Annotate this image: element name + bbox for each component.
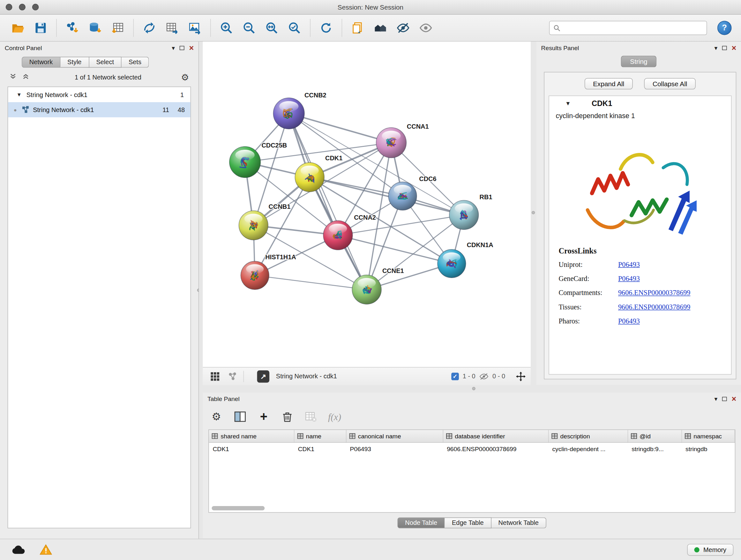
pan-move-icon[interactable] <box>516 371 526 381</box>
horizontal-scrollbar-thumb[interactable] <box>212 506 265 510</box>
hide-annotations-icon[interactable] <box>395 20 411 36</box>
left-splitter[interactable] <box>199 42 203 539</box>
tab-select[interactable]: Select <box>89 57 121 68</box>
detach-view-button[interactable]: ↗ <box>257 370 270 382</box>
column-header[interactable]: database identifier <box>443 430 548 442</box>
tree-expander-icon[interactable]: ▼ <box>17 91 22 98</box>
network-collection-count: 1 <box>180 91 184 98</box>
tab-node-table[interactable]: Node Table <box>398 517 445 528</box>
table-row[interactable]: CDK1 CDK1 P06493 9606.ENSP00000378699 cy… <box>209 442 735 455</box>
network-node-HIST1H1A[interactable]: HIST1H1A <box>241 253 296 290</box>
table-cell[interactable]: stringdb <box>681 442 735 455</box>
float-panel-icon[interactable] <box>180 46 185 50</box>
column-header[interactable]: name <box>294 430 346 442</box>
splitter-handle[interactable] <box>532 211 535 214</box>
save-session-icon[interactable] <box>32 20 49 36</box>
float-panel-icon[interactable] <box>722 46 727 50</box>
selected-checkbox[interactable]: ✓ <box>451 373 459 380</box>
table-cell[interactable]: CDK1 <box>294 442 346 455</box>
network-node-CDK1[interactable]: CDK1 <box>295 154 342 192</box>
gene-expander-icon[interactable]: ▼ <box>565 100 571 107</box>
collapse-all-button[interactable]: Collapse All <box>644 78 696 89</box>
export-image-icon[interactable] <box>187 20 203 36</box>
annotation-document-icon[interactable] <box>350 20 366 36</box>
close-panel-icon[interactable]: × <box>731 395 736 402</box>
network-canvas[interactable]: CCNB2CCNA1CDC25BCDK1CDC6RB1CCNB1CCNA2CDK… <box>203 42 531 367</box>
zoom-selected-icon[interactable] <box>286 20 302 36</box>
node-label-CCNA1: CCNA1 <box>407 123 429 130</box>
tab-network-table[interactable]: Network Table <box>491 517 546 528</box>
table-cell[interactable]: stringdb:9... <box>628 442 682 455</box>
network-node-CCNB1[interactable]: CCNB1 <box>239 203 290 240</box>
collapse-panel-icon[interactable]: ▾ <box>172 44 175 51</box>
column-header[interactable]: @id <box>628 430 682 442</box>
network-edges[interactable] <box>245 113 464 290</box>
column-header[interactable]: namespac <box>681 430 735 442</box>
network-options-gear-icon[interactable]: ⚙ <box>181 72 189 81</box>
network-share-icon[interactable] <box>228 372 237 381</box>
crosslink-uniprot-link[interactable]: P06493 <box>618 260 727 268</box>
close-panel-icon[interactable]: × <box>189 44 194 52</box>
show-graphics-icon[interactable] <box>418 20 434 36</box>
export-table-icon[interactable] <box>164 20 180 36</box>
splitter-handle[interactable] <box>472 387 475 390</box>
network-results-splitter[interactable] <box>531 42 536 385</box>
close-panel-icon[interactable]: × <box>731 44 736 52</box>
import-network-file-icon[interactable] <box>64 20 80 36</box>
column-header[interactable]: description <box>548 430 628 442</box>
zoom-out-icon[interactable] <box>241 20 257 36</box>
network-view-title: String Network - cdk1 <box>276 373 337 380</box>
crosslink-tissues-link[interactable]: 9606.ENSP00000378699 <box>618 303 727 311</box>
network-node-CCNB2[interactable]: CCNB2 <box>273 91 326 129</box>
collapse-all-networks-icon[interactable] <box>22 72 29 81</box>
expand-all-networks-icon[interactable] <box>10 72 17 81</box>
network-node-CCNA1[interactable]: CCNA1 <box>376 123 429 158</box>
function-builder-icon[interactable]: f(x) <box>328 411 341 423</box>
network-node-CDC6[interactable]: CDC6 <box>388 175 436 210</box>
cloud-status-icon[interactable] <box>11 544 25 555</box>
network-node-CDKN1A[interactable]: CDKN1A <box>437 241 493 278</box>
new-network-icon[interactable] <box>141 20 157 36</box>
delete-column-icon[interactable] <box>281 411 293 423</box>
table-panel-splitter[interactable] <box>203 385 741 393</box>
crosslink-genecard-link[interactable]: P06493 <box>618 275 727 283</box>
crosslink-pharos-link[interactable]: P06493 <box>618 317 727 325</box>
open-session-icon[interactable] <box>10 20 26 36</box>
add-column-icon[interactable]: + <box>258 411 270 423</box>
float-panel-icon[interactable] <box>722 396 727 401</box>
network-node-CCNE1[interactable]: CCNE1 <box>352 267 404 304</box>
refresh-icon[interactable] <box>318 20 334 36</box>
table-options-gear-icon[interactable]: ⚙ <box>210 411 223 423</box>
network-collection-row[interactable]: ▼ String Network - cdk1 1 <box>8 87 191 102</box>
import-table-icon[interactable] <box>110 20 126 36</box>
show-columns-icon[interactable] <box>234 411 246 423</box>
network-row[interactable]: ● String Network - cdk1 11 48 <box>8 102 191 117</box>
column-header[interactable]: shared name <box>209 430 294 442</box>
tab-string[interactable]: String <box>621 56 656 67</box>
table-cell[interactable]: P06493 <box>346 442 443 455</box>
crosslink-compartments-link[interactable]: 9606.ENSP00000378699 <box>618 289 727 297</box>
tab-style[interactable]: Style <box>60 57 89 68</box>
zoom-fit-icon[interactable] <box>264 20 280 36</box>
network-node-RB1[interactable]: RB1 <box>449 193 492 230</box>
home-views-icon[interactable] <box>373 20 388 36</box>
collapse-panel-icon[interactable]: ▾ <box>714 44 718 51</box>
table-cell[interactable]: cyclin-dependent ... <box>548 442 628 455</box>
memory-button[interactable]: Memory <box>687 544 734 556</box>
zoom-in-icon[interactable] <box>218 20 234 36</box>
tab-sets[interactable]: Sets <box>122 57 149 68</box>
node-table: shared name name canonical name database… <box>208 429 735 513</box>
table-cell[interactable]: 9606.ENSP00000378699 <box>443 442 548 455</box>
column-header[interactable]: canonical name <box>346 430 443 442</box>
results-panel-title: Results Panel <box>541 44 579 51</box>
warning-icon[interactable] <box>40 544 52 556</box>
birds-eye-view-icon[interactable] <box>210 372 220 381</box>
import-network-database-icon[interactable] <box>87 20 103 36</box>
table-cell[interactable]: CDK1 <box>209 442 294 455</box>
collapse-panel-icon[interactable]: ▾ <box>714 395 718 402</box>
tab-network[interactable]: Network <box>22 57 60 68</box>
search-input[interactable] <box>563 24 703 32</box>
tab-edge-table[interactable]: Edge Table <box>445 517 491 528</box>
expand-all-button[interactable]: Expand All <box>585 78 633 89</box>
help-button[interactable]: ? <box>718 21 731 35</box>
